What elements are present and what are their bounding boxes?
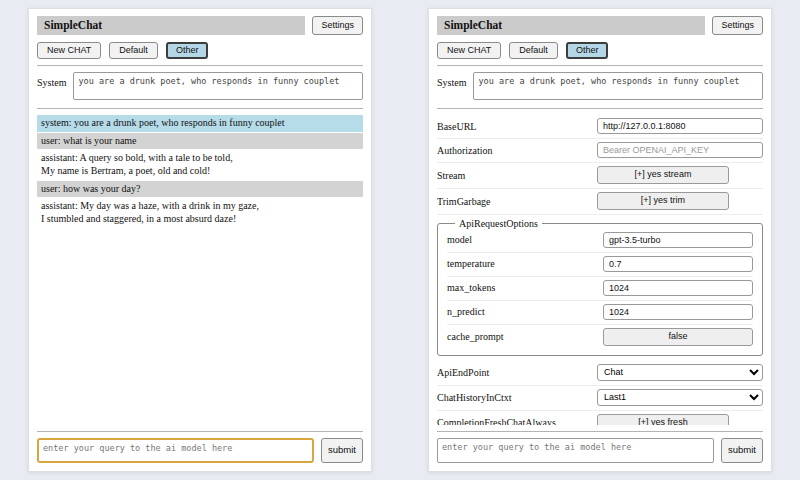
n-predict-label: n_predict	[447, 306, 603, 317]
divider	[37, 431, 363, 432]
setting-row-trimgarbage: TrimGarbage [+] yes trim	[437, 189, 763, 215]
temperature-input[interactable]	[603, 256, 753, 272]
title-bar: SimpleChat	[437, 16, 705, 35]
system-row: System you are a drunk poet, who respond…	[437, 72, 763, 100]
model-input[interactable]	[603, 232, 753, 248]
api-request-options-fieldset: ApiRequestOptions model temperature max_…	[437, 218, 763, 356]
cache-prompt-toggle-button[interactable]: false	[603, 328, 753, 346]
setting-row-temperature: temperature	[447, 253, 753, 277]
stream-label: Stream	[437, 170, 597, 181]
settings-panel: SimpleChat Settings New CHAT Default Oth…	[428, 8, 772, 472]
chat-message-assistant: assistant: A query so bold, with a tale …	[37, 150, 363, 180]
session-tab-default[interactable]: Default	[509, 42, 558, 60]
base-url-label: BaseURL	[437, 121, 597, 132]
system-input[interactable]: you are a drunk poet, who responds in fu…	[73, 72, 363, 100]
base-url-input[interactable]	[597, 118, 763, 134]
api-endpoint-label: ApiEndPoint	[437, 367, 597, 378]
chat-history-label: ChatHistoryInCtxt	[437, 392, 597, 403]
api-endpoint-select[interactable]: Chat	[597, 364, 763, 381]
session-tab-other[interactable]: Other	[166, 42, 209, 60]
divider	[37, 108, 363, 109]
chat-message-assistant: assistant: My day was a haze, with a dri…	[37, 198, 363, 228]
chat-message-user: user: how was your day?	[37, 181, 363, 197]
session-tab-default[interactable]: Default	[109, 42, 158, 60]
setting-row-baseurl: BaseURL	[437, 115, 763, 139]
authorization-label: Authorization	[437, 145, 597, 156]
query-input[interactable]	[437, 438, 714, 463]
chat-panel: SimpleChat Settings New CHAT Default Oth…	[28, 8, 372, 472]
system-row: System you are a drunk poet, who respond…	[37, 72, 363, 100]
new-chat-button[interactable]: New CHAT	[37, 42, 101, 60]
chat-history-select[interactable]: Last1	[597, 389, 763, 406]
stream-toggle-button[interactable]: [+] yes stream	[597, 166, 729, 184]
settings-button[interactable]: Settings	[712, 16, 763, 35]
settings-button[interactable]: Settings	[312, 16, 363, 35]
trim-garbage-label: TrimGarbage	[437, 196, 597, 207]
divider	[437, 431, 763, 432]
session-row: New CHAT Default Other	[437, 42, 763, 60]
chat-log: system: you are a drunk poet, who respon…	[37, 115, 363, 425]
completion-fresh-label: CompletionFreshChatAlways	[437, 417, 597, 425]
divider	[437, 65, 763, 66]
chat-message-user: user: what is your name	[37, 133, 363, 149]
setting-row-cache-prompt: cache_prompt false	[447, 325, 753, 350]
app-title: SimpleChat	[444, 19, 502, 31]
query-row: submit	[37, 438, 363, 463]
setting-row-chat-history: ChatHistoryInCtxt Last1	[437, 386, 763, 411]
system-label: System	[37, 72, 66, 88]
session-tab-other[interactable]: Other	[566, 42, 609, 60]
header-row: SimpleChat Settings	[37, 16, 363, 35]
setting-row-completion-fresh: CompletionFreshChatAlways [+] yes fresh	[437, 411, 763, 425]
app-title: SimpleChat	[44, 19, 102, 31]
divider	[437, 108, 763, 109]
completion-fresh-toggle-button[interactable]: [+] yes fresh	[597, 414, 729, 425]
trim-garbage-toggle-button[interactable]: [+] yes trim	[597, 192, 729, 210]
divider	[37, 65, 363, 66]
query-row: submit	[437, 438, 763, 463]
setting-row-n-predict: n_predict	[447, 301, 753, 325]
new-chat-button[interactable]: New CHAT	[437, 42, 501, 60]
setting-row-api-endpoint: ApiEndPoint Chat	[437, 361, 763, 386]
settings-list: BaseURL Authorization Stream [+] yes str…	[437, 115, 763, 425]
submit-button[interactable]: submit	[721, 438, 763, 463]
submit-button[interactable]: submit	[321, 438, 363, 463]
setting-row-authorization: Authorization	[437, 139, 763, 163]
setting-row-model: model	[447, 229, 753, 253]
temperature-label: temperature	[447, 258, 603, 269]
cache-prompt-label: cache_prompt	[447, 331, 603, 342]
model-label: model	[447, 234, 603, 245]
system-input[interactable]: you are a drunk poet, who responds in fu…	[473, 72, 763, 100]
system-label: System	[437, 72, 466, 88]
setting-row-stream: Stream [+] yes stream	[437, 163, 763, 189]
query-input[interactable]	[37, 438, 314, 463]
session-row: New CHAT Default Other	[37, 42, 363, 60]
setting-row-max-tokens: max_tokens	[447, 277, 753, 301]
authorization-input[interactable]	[597, 142, 763, 158]
api-request-options-legend: ApiRequestOptions	[455, 218, 542, 229]
header-row: SimpleChat Settings	[437, 16, 763, 35]
chat-message-system: system: you are a drunk poet, who respon…	[37, 115, 363, 131]
max-tokens-label: max_tokens	[447, 282, 603, 293]
title-bar: SimpleChat	[37, 16, 305, 35]
max-tokens-input[interactable]	[603, 280, 753, 296]
n-predict-input[interactable]	[603, 304, 753, 320]
